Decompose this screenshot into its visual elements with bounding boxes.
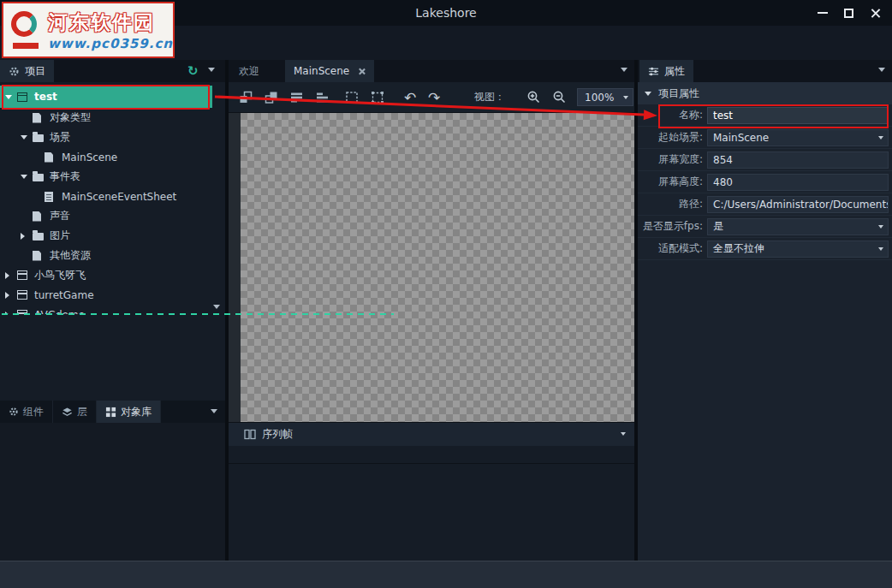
- tree-item-mainscene-eventsheet[interactable]: MainSceneEventSheet: [0, 187, 212, 206]
- maximize-icon: [844, 9, 853, 18]
- tab-welcome[interactable]: 欢迎: [230, 60, 268, 82]
- screen-height-field[interactable]: 480: [707, 174, 889, 191]
- properties-section-header[interactable]: 项目属性: [638, 82, 892, 104]
- collapse-icon: [645, 92, 651, 96]
- tree-item-avgdemo[interactable]: AVGdemo: [0, 305, 212, 314]
- zoom-in-icon[interactable]: [524, 88, 543, 107]
- tab-welcome-label: 欢迎: [239, 64, 259, 79]
- tree-item-label: 事件表: [50, 169, 80, 184]
- redo-icon[interactable]: ↷: [425, 88, 443, 107]
- project-tree: test 对象类型 场景 MainScene 事件表 MainSceneEven…: [0, 82, 225, 314]
- project-icon: [17, 290, 33, 300]
- close-button[interactable]: [862, 0, 889, 26]
- logo-graphic-icon: [7, 8, 45, 52]
- tab-close-icon[interactable]: [358, 68, 366, 75]
- project-tab-dropdown-icon[interactable]: [208, 68, 215, 72]
- tree-item-label: MainScene: [62, 151, 117, 163]
- tree-item-other-resources[interactable]: 其他资源: [0, 246, 212, 265]
- tab-project[interactable]: 项目: [0, 60, 54, 82]
- property-row-path: 路径: C:/Users/Administrator/Documents/: [638, 193, 892, 216]
- tree-item-images-folder[interactable]: 图片: [0, 226, 212, 246]
- fit-mode-dropdown[interactable]: 全显不拉伸: [707, 241, 889, 258]
- caret-right-icon[interactable]: [21, 233, 33, 240]
- logo-text: 河东软件园 www.pc0359.cn: [48, 9, 173, 51]
- tab-mainscene[interactable]: MainScene: [285, 60, 374, 82]
- tree-item-bird-project[interactable]: 小鸟飞呀飞: [0, 265, 212, 285]
- zoom-level-dropdown[interactable]: 100%: [577, 88, 633, 106]
- transform-handles-icon[interactable]: [368, 88, 387, 107]
- selection-marquee-icon[interactable]: [342, 88, 361, 107]
- caret-down-icon[interactable]: [21, 175, 33, 179]
- chevron-down-icon: [878, 225, 883, 229]
- property-label: 起始场景:: [638, 130, 703, 145]
- show-fps-value: 是: [713, 219, 723, 234]
- bring-forward-icon[interactable]: [262, 88, 281, 107]
- zoom-out-icon[interactable]: [550, 88, 568, 107]
- caret-down-icon[interactable]: [5, 95, 17, 99]
- left-tabs-dropdown-icon[interactable]: [211, 409, 217, 413]
- properties-panel: 项目属性 名称: test 起始场景: MainScene 屏幕宽度: 854 …: [638, 82, 892, 561]
- logo-bar-shape: [13, 43, 39, 49]
- name-value: test: [713, 110, 733, 122]
- close-icon: [870, 8, 881, 19]
- name-input[interactable]: test: [707, 107, 889, 124]
- tab-components-label: 组件: [23, 405, 44, 419]
- tab-components[interactable]: 组件: [0, 401, 53, 423]
- file-icon: [33, 251, 48, 261]
- logo-ring-shape: [11, 11, 37, 37]
- properties-tab-dropdown-icon[interactable]: [878, 68, 885, 72]
- scene-file-icon: [45, 152, 60, 163]
- tab-layers[interactable]: 层: [53, 401, 97, 423]
- frames-dropdown-icon[interactable]: [621, 432, 626, 436]
- start-scene-dropdown[interactable]: MainScene: [707, 129, 889, 146]
- tree-item-label: test: [34, 91, 57, 103]
- caret-right-icon[interactable]: [5, 292, 17, 299]
- refresh-icon[interactable]: ↻: [187, 62, 199, 80]
- layers-icon: [62, 407, 73, 418]
- logo-site-name: 河东软件园: [48, 9, 173, 36]
- path-field[interactable]: C:/Users/Administrator/Documents/: [707, 196, 889, 213]
- property-row-start-scene: 起始场景: MainScene: [638, 127, 892, 149]
- property-label: 屏幕宽度:: [638, 152, 703, 167]
- tree-item-sounds[interactable]: 声音: [0, 206, 212, 226]
- left-bottom-tabbar: 组件 层 对象库: [0, 401, 225, 423]
- frames-divider: [229, 463, 634, 464]
- components-gear-icon: [9, 407, 19, 417]
- send-backward-icon[interactable]: [236, 88, 255, 107]
- tree-item-turretgame[interactable]: turretGame: [0, 285, 212, 305]
- maximize-button[interactable]: [836, 0, 862, 26]
- project-icon: [17, 270, 33, 280]
- show-fps-dropdown[interactable]: 是: [707, 218, 889, 235]
- caret-down-icon[interactable]: [21, 135, 33, 140]
- tabbar: 项目 ↻ 欢迎 MainScene 属性: [0, 60, 892, 82]
- frames-panel-body: [229, 446, 634, 561]
- sheet-icon: [45, 192, 60, 202]
- tree-item-label: MainSceneEventSheet: [62, 191, 176, 203]
- tab-object-library[interactable]: 对象库: [97, 401, 161, 423]
- screen-width-value: 854: [713, 154, 733, 166]
- scene-tab-list-dropdown-icon[interactable]: [621, 68, 627, 72]
- transparent-canvas[interactable]: [241, 113, 634, 422]
- caret-right-icon[interactable]: [5, 272, 17, 279]
- object-library-body: [0, 423, 225, 561]
- undo-icon[interactable]: ↶: [401, 88, 419, 107]
- tab-properties[interactable]: 属性: [639, 60, 693, 82]
- frames-panel-header[interactable]: 序列帧: [229, 422, 634, 446]
- tree-item-label: 图片: [50, 229, 70, 243]
- screen-width-field[interactable]: 854: [707, 151, 889, 169]
- canvas-area[interactable]: [229, 113, 634, 422]
- tree-item-object-types[interactable]: 对象类型: [0, 108, 212, 128]
- property-label: 是否显示fps:: [638, 219, 703, 234]
- tabstrip-left: 项目 ↻: [0, 60, 225, 82]
- tree-item-test[interactable]: test: [0, 86, 212, 108]
- caret-right-icon[interactable]: [5, 312, 17, 315]
- tree-item-eventsheets-folder[interactable]: 事件表: [0, 167, 212, 187]
- minimize-button[interactable]: [809, 0, 836, 26]
- align-right-icon[interactable]: [313, 88, 332, 107]
- tree-item-mainscene[interactable]: MainScene: [0, 147, 212, 167]
- align-left-icon[interactable]: [288, 88, 306, 107]
- tree-scroll-down-icon[interactable]: [213, 305, 220, 309]
- sliders-icon: [648, 66, 659, 77]
- tree-item-scenes-folder[interactable]: 场景: [0, 128, 212, 147]
- frames-panel-label: 序列帧: [262, 427, 293, 442]
